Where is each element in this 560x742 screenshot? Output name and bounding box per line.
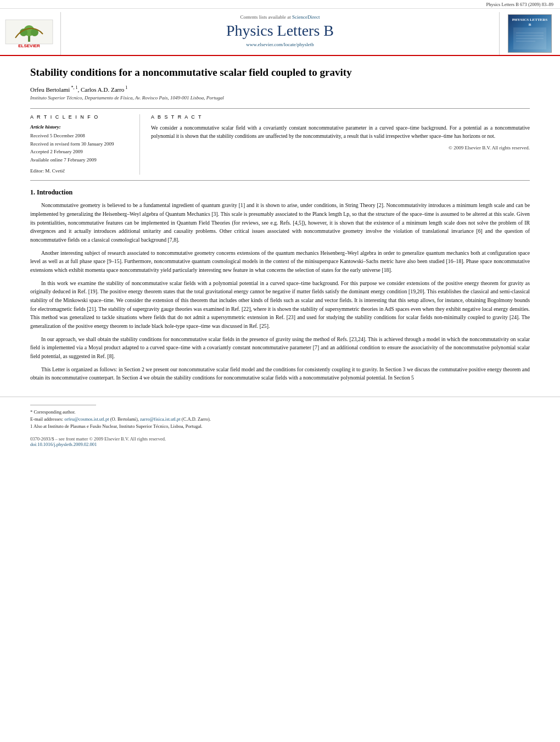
journal-cover-thumbnail: PHYSICS LETTERS B: [508, 14, 552, 53]
sciencedirect-link[interactable]: ScienceDirect: [292, 14, 320, 20]
editor: Editor: M. Cvetič: [30, 167, 132, 175]
institute-note: 1 Also at Instituto de Plasmas e Fusão N…: [30, 423, 203, 429]
email-label: E-mail addresses:: [30, 416, 63, 422]
section1-heading: 1. Introduction: [30, 188, 530, 197]
journal-url[interactable]: www.elsevier.com/locate/physletb: [61, 42, 499, 47]
author2-sup: 1: [124, 85, 127, 90]
contents-label: Contents lists available at: [240, 14, 291, 20]
authors-line: Orfeu Bertolami *, 1, Carlos A.D. Zarro …: [30, 85, 530, 93]
citation-text: Physics Letters B 673 (2009) 83–89: [486, 2, 553, 7]
paragraph-2: Another interesting subject of research …: [30, 249, 530, 275]
svg-text:ELSEVIER: ELSEVIER: [18, 43, 40, 48]
corresponding-label: * Corresponding author.: [30, 409, 75, 415]
article-title: Stability conditions for a noncommutativ…: [30, 66, 530, 80]
author1-name: Orfeu Bertolami: [30, 86, 70, 92]
journal-citation: Physics Letters B 673 (2009) 83–89: [0, 0, 560, 9]
cover-label: PHYSICS LETTERS B: [511, 18, 549, 27]
received2: Received in revised form 30 January 2009: [30, 140, 132, 148]
footer-bottom: 0370-2693/$ – see front matter © 2009 El…: [30, 436, 530, 447]
affiliation: Instituto Superior Técnico, Departamento…: [30, 95, 530, 101]
article-body: Stability conditions for a noncommutativ…: [0, 56, 560, 397]
email1-link[interactable]: orfeu@cosmos.ist.utl.pt: [64, 416, 109, 422]
paragraph-5: This Letter is organized as follows: in …: [30, 365, 530, 382]
journal-title: Physics Letters B: [61, 22, 499, 40]
history-label: Article history:: [30, 124, 132, 130]
abstract-column: A B S T R A C T We consider a noncommuta…: [151, 114, 530, 175]
doi-link[interactable]: doi:10.1016/j.physletb.2009.02.001: [30, 442, 530, 447]
abstract-label: A B S T R A C T: [151, 114, 530, 120]
email2-name: (C.A.D. Zarro).: [182, 416, 211, 422]
article-info-column: A R T I C L E I N F O Article history: R…: [30, 114, 140, 175]
footer-separator: [30, 405, 96, 405]
footnote-corresponding: * Corresponding author.: [30, 409, 530, 416]
accepted: Accepted 2 February 2009: [30, 148, 132, 155]
issn-line: 0370-2693/$ – see front matter © 2009 El…: [30, 436, 530, 442]
copyright: © 2009 Elsevier B.V. All rights reserved…: [151, 145, 530, 150]
contents-available-line: Contents lists available at ScienceDirec…: [61, 14, 499, 20]
footnote-institute: 1 Also at Instituto de Plasmas e Fusão N…: [30, 423, 530, 430]
email2-link[interactable]: zarro@fisica.ist.utl.pt: [140, 416, 181, 422]
paragraph-1: Noncommutative geometry is believed to b…: [30, 201, 530, 244]
abstract-text: We consider a noncommutative scalar fiel…: [151, 124, 530, 140]
journal-cover-area: PHYSICS LETTERS B: [500, 12, 560, 55]
available-online: Available online 7 February 2009: [30, 156, 132, 164]
elsevier-logo-area: ELSEVIER: [0, 12, 60, 55]
elsevier-logo-icon: ELSEVIER: [4, 19, 54, 49]
article-info-label: A R T I C L E I N F O: [30, 114, 132, 120]
cover-image-icon: [513, 27, 546, 49]
footer: * Corresponding author. E-mail addresses…: [0, 397, 560, 451]
paragraph-4: In our approach, we shall obtain the sta…: [30, 335, 530, 361]
paragraph-3: In this work we examine the stability of…: [30, 279, 530, 331]
author2-name: , Carlos A.D. Zarro: [77, 86, 124, 92]
footnote-emails: E-mail addresses: orfeu@cosmos.ist.utl.p…: [30, 416, 530, 423]
received1: Received 5 December 2008: [30, 132, 132, 140]
journal-title-area: Contents lists available at ScienceDirec…: [60, 12, 500, 55]
email1-name: (O. Bertolami),: [110, 416, 139, 422]
journal-header: ELSEVIER Contents lists available at Sci…: [0, 9, 560, 56]
author1-sup: *, 1: [70, 85, 77, 90]
article-info-abstract: A R T I C L E I N F O Article history: R…: [30, 108, 530, 181]
